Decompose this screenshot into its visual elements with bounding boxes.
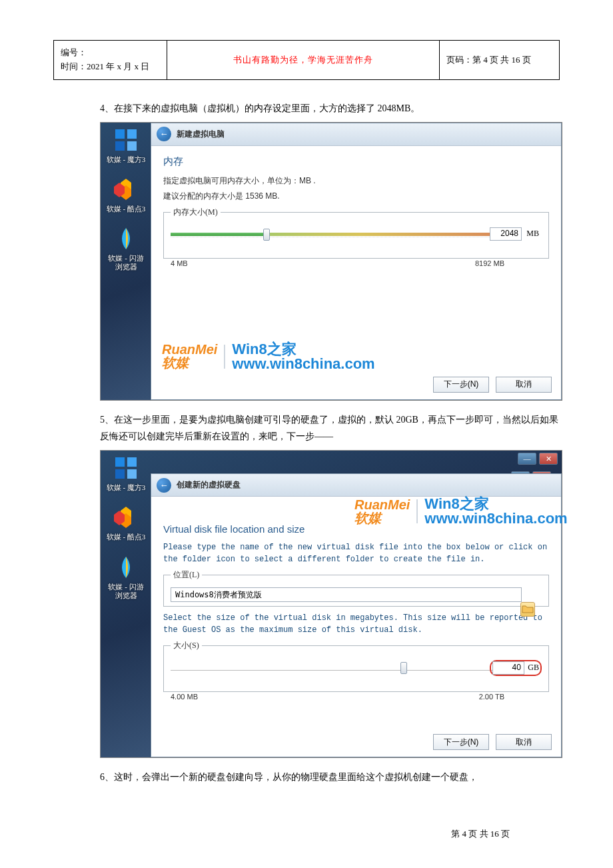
- desktop-icon-label: 软媒 - 魔方3: [105, 155, 147, 164]
- dialog-buttons: 下一步(N) 取消: [433, 734, 552, 750]
- svg-rect-7: [115, 457, 125, 467]
- instruction-line-1: 指定虚拟电脑可用内存大小，单位为：MB .: [163, 175, 549, 187]
- scale-max: 2.00 TB: [479, 693, 504, 701]
- screenshot-memory-dialog: 软媒 - 魔方3 软媒 - 酷点3 软媒 - 闪游浏览器 — ✕ ← 新建虚拟电…: [100, 122, 562, 401]
- disk-instruction-2: Select the size of the virtual disk in m…: [163, 612, 549, 636]
- slider-track-green: [171, 233, 263, 236]
- paragraph-6: 6、这时，会弹出一个新的硬盘创建向导，从你的物理硬盘里面给这个虚拟机创建一个硬盘…: [100, 769, 560, 785]
- back-button[interactable]: ←: [157, 478, 171, 493]
- next-button[interactable]: 下一步(N): [433, 734, 489, 750]
- desktop-icons: 软媒 - 魔方3 软媒 - 酷点3 软媒 - 闪游浏览器: [105, 127, 147, 272]
- footer-page-number: 第 4 页 共 16 页: [451, 828, 510, 840]
- next-button[interactable]: 下一步(N): [433, 377, 489, 393]
- dialog-title: 新建虚拟电脑: [177, 129, 225, 140]
- disk-instruction-1: Please type the name of the new virtual …: [163, 541, 549, 565]
- desktop-icon-mofang[interactable]: 软媒 - 魔方3: [105, 127, 147, 164]
- desktop-icon-kudian[interactable]: 软媒 - 酷点3: [105, 504, 147, 541]
- memory-legend: 内存大小(M): [171, 207, 221, 218]
- watermark-url: www.win8china.com: [232, 355, 374, 372]
- watermark-win8: Win8之家: [424, 497, 567, 511]
- browse-folder-button[interactable]: [520, 602, 535, 617]
- disk-size-unit: GB: [528, 663, 539, 673]
- folder-icon: [521, 603, 534, 616]
- watermark-url: www.win8china.com: [424, 510, 567, 527]
- desktop-icon-mofang[interactable]: 软媒 - 魔方3: [105, 455, 147, 492]
- back-arrow-icon: ←: [160, 129, 169, 139]
- slider-thumb[interactable]: [400, 662, 407, 674]
- size-slider[interactable]: 40 GB: [171, 661, 542, 677]
- scale-max: 8192 MB: [475, 259, 504, 267]
- instruction-line-2: 建议分配的内存大小是 1536 MB.: [163, 190, 549, 203]
- svg-rect-0: [115, 129, 125, 139]
- watermark-separator: [416, 499, 418, 523]
- header-number-label: 编号：: [61, 47, 87, 57]
- slider-track-warn: [263, 233, 504, 236]
- desktop-icon-kudian[interactable]: 软媒 - 酷点3: [105, 176, 147, 213]
- memory-fieldset: 内存大小(M) 2048 MB 4 MB 8192 MB: [163, 207, 549, 259]
- window-controls-outer: — ✕: [518, 453, 558, 465]
- watermark-ruanmei-sub: 软媒: [354, 511, 381, 525]
- svg-rect-9: [115, 469, 125, 479]
- dialog-title: 创建新的虚拟硬盘: [177, 479, 241, 491]
- header-left: 编号： 时间：2021 年 x 月 x 日: [54, 41, 167, 80]
- size-legend: 大小(S): [171, 640, 202, 651]
- location-legend: 位置(L): [171, 569, 202, 581]
- desktop-icons: 软媒 - 魔方3 软媒 - 酷点3 软媒 - 闪游浏览器: [105, 455, 147, 600]
- slider-ticks: [171, 670, 504, 671]
- paragraph-5: 5、在这一步里面，是要为虚拟电脑创建可引导的硬盘了，虚拟的，默认 20GB，再点…: [100, 411, 560, 445]
- watermark-ruanmei: RuanMei: [354, 498, 410, 511]
- memory-value-input[interactable]: 2048: [490, 227, 522, 241]
- cancel-button[interactable]: 取消: [496, 377, 552, 393]
- desktop-icon-label: 软媒 - 酷点3: [105, 533, 147, 541]
- header-table: 编号： 时间：2021 年 x 月 x 日 书山有路勤为径，学海无涯苦作舟 页码…: [53, 40, 560, 80]
- watermark: RuanMei 软媒 Win8之家 www.win8china.com: [354, 497, 568, 526]
- memory-section-title: 内存: [163, 155, 561, 168]
- slider-ticks: [171, 237, 504, 237]
- close-button[interactable]: ✕: [539, 453, 558, 465]
- desktop-icon-label: 软媒 - 闪游浏览器: [105, 583, 147, 600]
- size-fieldset: 大小(S) 40 GB 4.00 MB 2.00 TB: [163, 640, 549, 692]
- svg-rect-10: [127, 469, 137, 479]
- dialog-buttons: 下一步(N) 取消: [433, 377, 552, 393]
- desktop-icon-browser[interactable]: 软媒 - 闪游浏览器: [105, 554, 147, 600]
- scale-min: 4.00 MB: [171, 693, 198, 701]
- watermark-ruanmei-sub: 软媒: [162, 355, 189, 370]
- disk-location-input[interactable]: [171, 587, 522, 602]
- header-date-label: 时间：2021 年 x 月 x 日: [61, 61, 149, 71]
- minimize-button[interactable]: —: [518, 453, 536, 465]
- watermark: RuanMei 软媒 Win8之家 www.win8china.com: [162, 342, 375, 371]
- back-button[interactable]: ←: [157, 127, 171, 141]
- watermark-win8: Win8之家: [232, 342, 374, 357]
- desktop-icon-browser[interactable]: 软媒 - 闪游浏览器: [105, 225, 147, 271]
- header-page-label: 页码：第 4 页 共 16 页: [440, 41, 560, 80]
- scale-min: 4 MB: [171, 259, 188, 267]
- svg-rect-3: [127, 141, 137, 151]
- dialog-nav: ← 新建虚拟电脑: [151, 123, 561, 146]
- watermark-ruanmei: RuanMei: [162, 343, 217, 356]
- slider-thumb[interactable]: [263, 229, 270, 241]
- desktop-icon-label: 软媒 - 酷点3: [105, 205, 147, 213]
- new-vm-dialog: ← 新建虚拟电脑 内存 指定虚拟电脑可用内存大小，单位为：MB . 建议分配的内…: [151, 123, 562, 400]
- screenshot-disk-dialog: 软媒 - 魔方3 软媒 - 酷点3 软媒 - 闪游浏览器 — ✕ — ✕ ←: [100, 450, 562, 758]
- cancel-button[interactable]: 取消: [496, 734, 552, 750]
- svg-rect-2: [115, 141, 125, 151]
- svg-rect-1: [127, 129, 137, 139]
- watermark-separator: [224, 345, 225, 369]
- back-arrow-icon: ←: [160, 480, 169, 491]
- dialog-nav: ← 创建新的虚拟硬盘: [151, 474, 561, 497]
- location-fieldset: 位置(L): [163, 569, 549, 607]
- memory-unit: MB: [526, 229, 539, 239]
- memory-slider[interactable]: 2048 MB: [171, 227, 542, 243]
- paragraph-4: 4、在接下来的虚拟电脑（虚拟机）的内存设定里面，大方的选择了 2048MB。: [100, 100, 560, 117]
- desktop-icon-label: 软媒 - 闪游浏览器: [105, 254, 147, 271]
- desktop-icon-label: 软媒 - 魔方3: [105, 483, 147, 492]
- create-disk-dialog: ← 创建新的虚拟硬盘 RuanMei 软媒 Win8之家 www.win8chi…: [151, 473, 562, 757]
- header-motto: 书山有路勤为径，学海无涯苦作舟: [167, 41, 440, 80]
- disk-size-input[interactable]: 40: [492, 661, 524, 675]
- svg-rect-8: [127, 457, 137, 467]
